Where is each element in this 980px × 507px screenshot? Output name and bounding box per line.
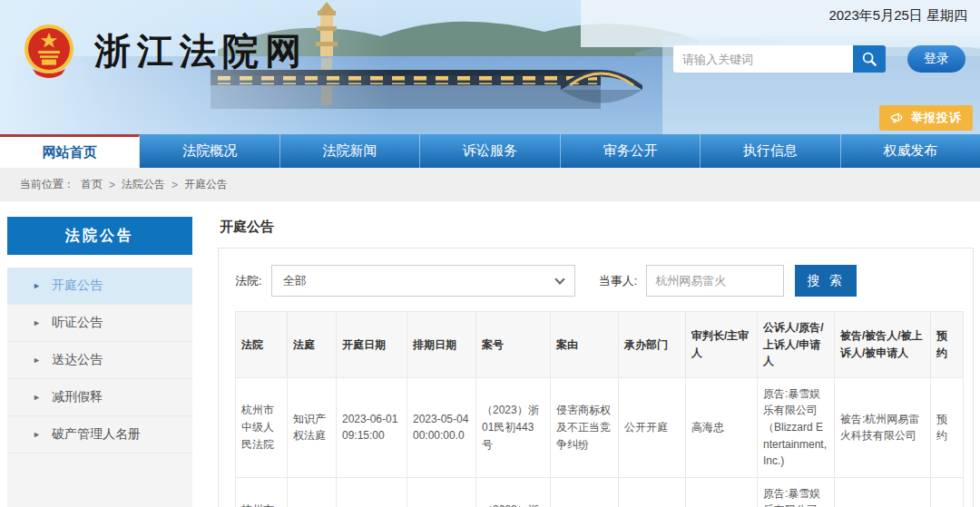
keyword-search-input[interactable] (673, 45, 853, 73)
chevron-down-icon (554, 274, 564, 284)
sidebar: 法院公告 ►开庭公告►听证公告►送达公告►减刑假释►破产管理人名册 (7, 217, 192, 507)
sidebar-item-1[interactable]: ►开庭公告 (7, 268, 192, 305)
column-header: 审判长/主审人 (686, 312, 758, 378)
table-cell: 杭州市中级人民法院 (236, 477, 288, 507)
table-cell: 杭州市中级人民法院 (236, 377, 288, 477)
sidebar-item-label: 开庭公告 (52, 278, 103, 294)
table-cell: 被告:杭州网易雷火科技有限公司 (835, 377, 931, 477)
magnifier-icon (861, 51, 877, 67)
nav-item-5[interactable]: 审务公开 (561, 134, 701, 168)
table-cell: 高海忠 (686, 377, 758, 477)
table-cell: 知识产权法庭 (288, 377, 337, 477)
booking-cell[interactable]: 预约 (931, 477, 964, 507)
column-header: 预约 (931, 312, 964, 378)
column-header: 公诉人/原告/上诉人/申请人 (758, 312, 835, 378)
current-date: 2023年5月25日 星期四 (828, 7, 967, 24)
sidebar-item-4[interactable]: ►减刑假释 (7, 379, 192, 416)
site-header: 浙江法院网 2023年5月25日 星期四 登录 举报投诉 (0, 0, 980, 134)
table-cell: （2023）浙01民初443号 (476, 377, 551, 477)
main-nav: 网站首页法院概况法院新闻诉讼服务审务公开执行信息权威发布 (0, 134, 980, 168)
nav-item-4[interactable]: 诉讼服务 (420, 134, 560, 168)
announcement-panel: 法院: 全部 当事人: 搜 索 法院法庭开庭日期排期日期案号案由承办部门审判长/… (218, 248, 974, 507)
breadcrumb-link-1[interactable]: 首页 (81, 177, 103, 192)
national-emblem-icon (20, 22, 78, 80)
column-header: 法院 (236, 312, 288, 378)
party-input[interactable] (646, 265, 784, 297)
column-header: 法庭 (288, 312, 337, 378)
sidebar-item-label: 听证公告 (52, 315, 103, 331)
login-button[interactable]: 登录 (907, 45, 965, 73)
breadcrumb-link-3[interactable]: 开庭公告 (184, 177, 228, 192)
table-cell: 原告:暴雪娱乐有限公司（Blizzard Entertainment, Inc.… (758, 377, 835, 477)
sidebar-item-label: 减刑假释 (52, 389, 103, 405)
breadcrumb-separator: > (109, 179, 115, 191)
sidebar-item-5[interactable]: ►破产管理人名册 (7, 416, 192, 453)
report-complaint-button[interactable]: 举报投诉 (879, 105, 973, 131)
triangle-bullet-icon: ► (33, 356, 41, 365)
filter-row: 法院: 全部 当事人: 搜 索 (235, 265, 964, 297)
court-table: 法院法庭开庭日期排期日期案号案由承办部门审判长/主审人公诉人/原告/上诉人/申请… (235, 311, 964, 507)
breadcrumb-prefix: 当前位置： (20, 177, 74, 192)
table-row: 杭州市中级人民法院知识产权法庭2023-06-01 09:15:002023-0… (236, 377, 964, 477)
report-complaint-label: 举报投诉 (911, 110, 962, 126)
column-header: 案由 (551, 312, 619, 378)
page-title: 开庭公告 (220, 219, 974, 236)
table-cell: 2023-05-04 00:00:00.0 (407, 377, 476, 477)
sidebar-menu: ►开庭公告►听证公告►送达公告►减刑假释►破产管理人名册 (7, 268, 192, 507)
table-cell: 公开开庭 (619, 477, 686, 507)
nav-item-3[interactable]: 法院新闻 (280, 134, 420, 168)
search-button[interactable] (853, 45, 886, 73)
site-title: 浙江法院网 (94, 26, 308, 76)
sidebar-item-label: 破产管理人名册 (52, 426, 141, 443)
party-filter-label: 当事人: (599, 273, 638, 289)
booking-cell[interactable]: 预约 (931, 377, 964, 477)
nav-item-2[interactable]: 法院概况 (140, 134, 279, 168)
column-header: 被告/被告人/被上诉人/被申请人 (835, 312, 931, 378)
sidebar-item-3[interactable]: ►送达公告 (7, 342, 192, 379)
court-filter-label: 法院: (235, 273, 262, 289)
header-search-area: 登录 (673, 45, 965, 73)
breadcrumb: 当前位置： 首页>法院公告>开庭公告 (0, 168, 980, 201)
sidebar-title: 法院公告 (7, 217, 192, 255)
triangle-bullet-icon: ► (33, 319, 41, 327)
table-cell: 2023-06-01 09:15:00 (337, 377, 407, 477)
sidebar-item-2[interactable]: ►听证公告 (7, 305, 192, 342)
table-cell: 2023-06-01 14:30:00 (337, 477, 407, 507)
breadcrumb-separator: > (172, 179, 178, 191)
main-panel: 开庭公告 法院: 全部 当事人: 搜 索 法院法庭开庭日期排期日期案号案由承办部… (218, 217, 974, 507)
table-cell: 王玲 (686, 477, 758, 507)
column-header: 排期日期 (407, 312, 476, 378)
triangle-bullet-icon: ► (33, 282, 41, 290)
breadcrumb-path: 首页>法院公告>开庭公告 (81, 177, 228, 192)
sidebar-item-label: 送达公告 (52, 352, 103, 368)
content-area: 法院公告 ►开庭公告►听证公告►送达公告►减刑假释►破产管理人名册 开庭公告 法… (0, 201, 980, 507)
nav-item-7[interactable]: 权威发布 (841, 134, 980, 168)
table-cell: 公开开庭 (619, 377, 686, 477)
site-logo: 浙江法院网 (20, 22, 308, 80)
table-cell: 著作权侵权纠纷 (551, 477, 619, 507)
breadcrumb-link-2[interactable]: 法院公告 (122, 177, 165, 192)
table-cell: 知识产权法庭 (288, 477, 337, 507)
table-search-button[interactable]: 搜 索 (795, 265, 857, 297)
column-header: 承办部门 (619, 312, 686, 378)
table-cell: 原告:暴雪娱乐有限公司（Blizzard Entertainment, Inc.… (758, 477, 835, 507)
megaphone-icon (890, 112, 905, 124)
table-header-row: 法院法庭开庭日期排期日期案号案由承办部门审判长/主审人公诉人/原告/上诉人/申请… (236, 312, 964, 378)
court-select[interactable]: 全部 (271, 265, 575, 297)
triangle-bullet-icon: ► (33, 394, 41, 402)
table-cell: 被告:杭州网易雷火科技有限公司 (835, 477, 931, 507)
triangle-bullet-icon: ► (33, 431, 41, 439)
table-cell: （2023）浙01民初444号 (476, 477, 551, 507)
table-row: 杭州市中级人民法院知识产权法庭2023-06-01 14:30:002023-0… (236, 477, 964, 507)
court-select-value: 全部 (283, 273, 307, 289)
nav-item-6[interactable]: 执行信息 (701, 134, 840, 168)
column-header: 案号 (476, 312, 551, 378)
table-cell: 2023-05-04 00:00:00.0 (407, 477, 476, 507)
table-cell: 侵害商标权及不正当竞争纠纷 (551, 377, 619, 477)
nav-item-1[interactable]: 网站首页 (0, 134, 140, 168)
column-header: 开庭日期 (337, 312, 407, 378)
